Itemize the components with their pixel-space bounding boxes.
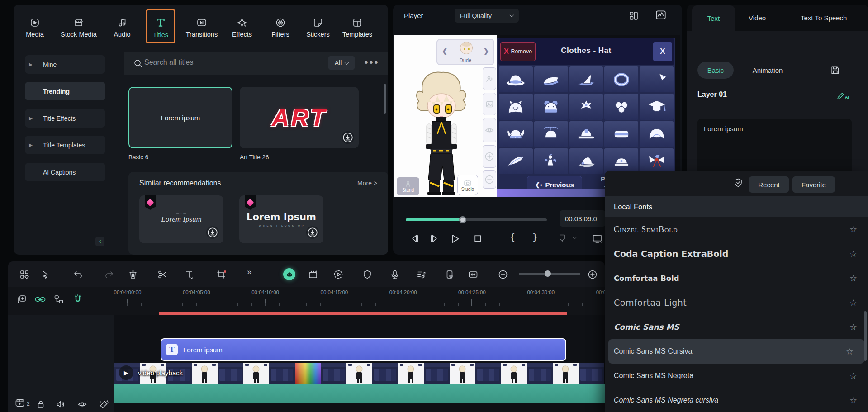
fullscreen-button[interactable] [591, 233, 603, 244]
hat-item[interactable] [569, 121, 603, 147]
delete-icon[interactable] [128, 269, 138, 280]
favorite-star-icon[interactable]: ☆ [849, 249, 857, 259]
next-character-icon[interactable]: ❯ [483, 47, 489, 55]
preview-render-icon[interactable] [333, 269, 344, 280]
favorite-fonts-button[interactable]: Favorite [792, 176, 835, 193]
scopes-icon[interactable] [655, 9, 667, 21]
studio-button[interactable]: Studio [457, 175, 478, 195]
subtab-basic[interactable]: Basic [697, 62, 734, 79]
redo-icon[interactable] [104, 269, 114, 280]
mute-icon[interactable] [55, 399, 66, 410]
favorite-star-icon[interactable]: ☆ [849, 322, 857, 332]
crop-icon[interactable] [216, 269, 227, 280]
hat-item[interactable] [499, 148, 533, 174]
visibility-button[interactable] [483, 118, 496, 142]
playback-progress-slider[interactable] [406, 218, 547, 221]
hat-item[interactable] [499, 121, 533, 147]
background-button[interactable] [483, 93, 496, 115]
tab-text[interactable]: Text [692, 5, 735, 31]
download-icon[interactable] [206, 226, 219, 239]
library-tab-transitions[interactable]: Transitions [182, 10, 221, 45]
font-option-comfortaa-bold[interactable]: Comfortaa Bold☆ [605, 266, 868, 290]
search-filter-dropdown[interactable]: All [328, 56, 355, 70]
add-character-button[interactable] [483, 67, 496, 90]
timeline-zoom-in-icon[interactable] [587, 269, 598, 280]
font-option-comic-sans-ms-cursiva[interactable]: Comic Sans MS Cursiva☆ [608, 339, 864, 364]
recent-fonts-button[interactable]: Recent [749, 176, 789, 193]
audio-mixer-icon[interactable] [416, 269, 427, 280]
add-scene-icon[interactable] [308, 269, 318, 280]
title-card-art26[interactable]: ART [240, 87, 359, 148]
hat-item[interactable] [534, 121, 568, 147]
search-input[interactable]: Search all titles [144, 58, 194, 66]
hat-item[interactable] [499, 66, 533, 92]
library-tab-templates[interactable]: Templates [338, 10, 377, 45]
enhance-icon[interactable] [99, 399, 109, 410]
hat-item[interactable] [604, 148, 638, 174]
library-tab-stock-media[interactable]: Stock Media [59, 10, 98, 45]
font-option-comic-sans-ms-negreta[interactable]: Comic Sans MS Negreta☆ [605, 364, 868, 388]
quality-dropdown[interactable]: Full Quality [455, 9, 519, 23]
sidebar-item-title-templates[interactable]: ▶Title Templates [25, 136, 105, 154]
sidebar-item-mine[interactable]: ▶Mine [25, 55, 105, 74]
ai-pencil-icon[interactable]: AI [836, 90, 850, 101]
screen-record-icon[interactable] [444, 269, 455, 280]
hat-item[interactable] [640, 148, 674, 174]
favorite-star-icon[interactable]: ☆ [849, 371, 857, 381]
library-tab-effects[interactable]: Effects [223, 10, 261, 45]
group-clips-icon[interactable] [53, 294, 64, 305]
sidebar-item-title-effects[interactable]: ▶Title Effects [25, 109, 105, 128]
select-tool-icon[interactable] [40, 269, 51, 280]
text-clip[interactable]: T Lorem ipsum [161, 338, 566, 361]
title-card-basic6[interactable]: Lorem ipsum [128, 87, 232, 148]
favorite-star-icon[interactable]: ☆ [846, 346, 854, 357]
hat-item[interactable] [604, 94, 638, 119]
favorite-star-icon[interactable]: ☆ [849, 273, 857, 284]
more-options-button[interactable]: ●●● [364, 58, 379, 66]
video-clip[interactable] [114, 363, 605, 384]
text-content-input[interactable]: Lorem ipsum [697, 119, 852, 174]
font-option-cinzel-semibold[interactable]: Cinzel SemiBold☆ [605, 217, 868, 242]
sidebar-item-ai-captions[interactable]: AI Captions [25, 163, 105, 181]
font-option-coda-caption-extrabold[interactable]: Coda Caption ExtraBold☆ [605, 242, 868, 266]
timeline-ruler[interactable]: 00:04:00:0000:04:05:0000:04:10:0000:04:1… [114, 287, 605, 315]
sidebar-collapse-button[interactable]: ‹ [95, 237, 104, 246]
split-icon[interactable] [157, 269, 168, 280]
layout-grid-icon[interactable] [628, 10, 639, 21]
hat-item[interactable] [640, 94, 674, 119]
hat-item[interactable] [640, 121, 674, 147]
subtab-animation[interactable]: Animation [745, 62, 790, 79]
hat-item[interactable] [569, 94, 603, 119]
library-tab-audio[interactable]: Audio [103, 10, 142, 45]
favorite-star-icon[interactable]: ☆ [849, 298, 857, 308]
link-clips-icon[interactable] [34, 294, 46, 305]
mark-in-button[interactable]: { [510, 232, 515, 242]
close-clothes-panel-button[interactable]: X [653, 42, 672, 61]
text-tool-icon[interactable] [184, 269, 194, 280]
hat-item[interactable] [569, 66, 603, 92]
tab-video[interactable]: Video [741, 5, 773, 31]
shield-icon[interactable] [362, 269, 373, 280]
save-preset-icon[interactable] [830, 65, 841, 76]
voiceover-icon[interactable] [389, 269, 400, 280]
lock-icon[interactable] [35, 399, 46, 410]
play-button[interactable] [449, 233, 461, 245]
timeline-zoom-slider[interactable] [519, 273, 580, 275]
font-option-comfortaa-light[interactable]: Comfortaa Light☆ [605, 290, 868, 315]
tab-text-to-speech[interactable]: Text To Speech [793, 5, 854, 31]
similar-more-link[interactable]: More > [357, 180, 377, 187]
hat-item[interactable] [534, 66, 568, 92]
library-tab-titles[interactable]: Titles [141, 10, 180, 45]
stand-button[interactable]: Stand [397, 177, 419, 195]
hat-item[interactable] [640, 66, 674, 92]
font-option-comic-sans-ms-negreta-cursiva[interactable]: Comic Sans MS Negreta cursiva☆ [605, 388, 868, 412]
snap-magnet-icon[interactable] [72, 294, 83, 305]
titles-scrollbar[interactable] [384, 84, 386, 114]
more-tools-icon[interactable]: » [247, 267, 252, 277]
fit-timeline-icon[interactable] [468, 269, 479, 280]
chevron-down-icon[interactable] [573, 235, 577, 239]
hat-item[interactable] [604, 66, 638, 92]
video-clip-color-bar[interactable] [114, 384, 605, 403]
similar-card[interactable]: Lorem Ipsum W H E N - I - L O O K - U P [239, 195, 323, 243]
font-list-scrollbar[interactable] [864, 311, 867, 361]
